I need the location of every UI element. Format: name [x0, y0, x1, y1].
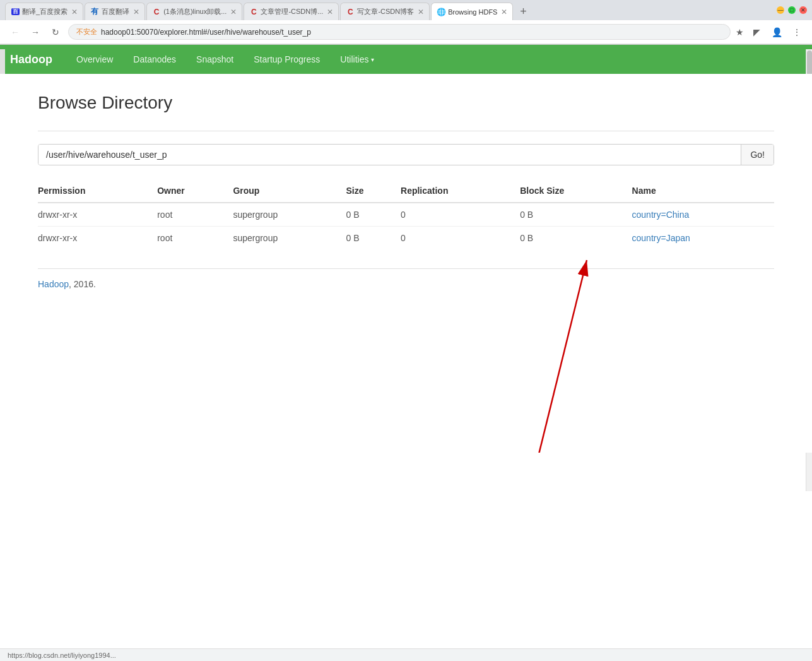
address-input-wrapper[interactable]: 不安全 hadoop01:50070/explorer.html#/user/h… — [68, 24, 731, 40]
back-button[interactable]: ← — [8, 25, 23, 40]
main-content: Browse Directory Go! PermissionOwnerGrou… — [0, 74, 812, 453]
cell-size-1: 0 B — [346, 227, 401, 250]
tab-label: (1条消息)linux卸载... — [163, 7, 227, 16]
browser-actions: ◤ 👤 ⋮ — [749, 25, 804, 40]
cell-block-size-0: 0 B — [520, 203, 632, 227]
tab-favicon: C — [249, 8, 258, 16]
dropdown-caret: ▾ — [371, 56, 374, 63]
cell-name-1: country=Japan — [632, 227, 774, 250]
tab-close-button[interactable]: ✕ — [133, 8, 139, 16]
forward-button[interactable]: → — [28, 25, 43, 40]
tab-favicon: C — [346, 8, 355, 16]
address-bar: ← → ↻ 不安全 hadoop01:50070/explorer.html#/… — [0, 20, 812, 44]
table-header-owner: Owner — [157, 181, 233, 203]
tab-close-button[interactable]: ✕ — [418, 8, 424, 16]
nav-item-snapshot[interactable]: Snapshot — [187, 49, 242, 69]
tab-label: Browsing HDFS — [448, 8, 497, 16]
cell-replication-1: 0 — [401, 227, 520, 250]
table-row-0: drwxr-xr-xrootsupergroup0 B00 Bcountry=C… — [38, 203, 774, 227]
tab-label: 文章管理-CSDN博... — [261, 7, 323, 16]
tab-favicon: 🌐 — [437, 8, 445, 16]
nav-item-overview[interactable]: Overview — [68, 49, 122, 69]
account-button[interactable]: 👤 — [769, 25, 784, 40]
file-table: PermissionOwnerGroupSizeReplicationBlock… — [38, 181, 774, 249]
extensions-button[interactable]: ◤ — [749, 25, 764, 40]
minimize-button[interactable]: — — [777, 6, 784, 14]
hadoop-brand: Hadoop — [10, 53, 52, 66]
hadoop-navbar: Hadoop OverviewDatanodesSnapshotStartup … — [0, 45, 812, 74]
browser-tab-tab4[interactable]: C 文章管理-CSDN博... ✕ — [244, 3, 339, 20]
tab-favicon: 百 — [11, 8, 20, 16]
url-text: hadoop01:50070/explorer.html#/user/hive/… — [101, 28, 722, 37]
title-bar: 百 翻译_百度搜索 ✕ 有 百度翻译 ✕ C (1条消息)linux卸载... … — [0, 0, 812, 20]
tab-close-button[interactable]: ✕ — [230, 8, 237, 16]
footer-text: , 2016. — [69, 279, 96, 289]
tab-close-button[interactable]: ✕ — [501, 8, 507, 16]
nav-item-startup-progress[interactable]: Startup Progress — [245, 49, 329, 69]
table-header-name: Name — [632, 181, 774, 203]
page-title: Browse Directory — [38, 93, 774, 113]
close-button[interactable]: ✕ — [799, 6, 807, 14]
browser-tab-tab2[interactable]: 有 百度翻译 ✕ — [85, 3, 145, 20]
scrollbar-thumb[interactable] — [807, 51, 812, 76]
cell-group-0: supergroup — [233, 203, 346, 227]
cell-block-size-1: 0 B — [520, 227, 632, 250]
file-link-1[interactable]: country=Japan — [632, 233, 690, 243]
tab-close-button[interactable]: ✕ — [71, 8, 78, 16]
window-controls: — □ ✕ — [777, 6, 807, 14]
tab-favicon: C — [152, 8, 161, 16]
cell-permission-1: drwxr-xr-x — [38, 227, 157, 250]
table-header-block-size: Block Size — [520, 181, 632, 203]
table-row-1: drwxr-xr-xrootsupergroup0 B00 Bcountry=J… — [38, 227, 774, 250]
tab-favicon: 有 — [90, 8, 99, 16]
title-divider — [38, 131, 774, 131]
table-header-size: Size — [346, 181, 401, 203]
cell-owner-1: root — [157, 227, 233, 250]
tab-close-button[interactable]: ✕ — [327, 8, 333, 16]
tab-label: 翻译_百度搜索 — [22, 7, 68, 16]
tab-label: 写文章-CSDN博客 — [357, 7, 414, 16]
reload-button[interactable]: ↻ — [48, 25, 63, 40]
new-tab-button[interactable]: + — [514, 3, 532, 20]
cell-group-1: supergroup — [233, 227, 346, 250]
table-body: drwxr-xr-xrootsupergroup0 B00 Bcountry=C… — [38, 203, 774, 249]
go-button[interactable]: Go! — [741, 145, 774, 165]
cell-replication-0: 0 — [401, 203, 520, 227]
path-input[interactable] — [38, 145, 741, 165]
browser-tab-tab6[interactable]: 🌐 Browsing HDFS ✕ — [431, 3, 513, 20]
tab-label: 百度翻译 — [102, 7, 129, 16]
bookmark-button[interactable]: ★ — [736, 27, 744, 37]
file-link-0[interactable]: country=China — [632, 210, 690, 220]
menu-button[interactable]: ⋮ — [789, 25, 804, 40]
table-header-replication: Replication — [401, 181, 520, 203]
security-icon: 不安全 — [76, 27, 97, 37]
footer: Hadoop, 2016. — [38, 268, 774, 289]
nav-item-datanodes[interactable]: Datanodes — [124, 49, 185, 69]
cell-owner-0: root — [157, 203, 233, 227]
nav-items: OverviewDatanodesSnapshotStartup Progres… — [68, 49, 383, 69]
browser-tab-tab1[interactable]: 百 翻译_百度搜索 ✕ — [5, 3, 83, 20]
footer-link[interactable]: Hadoop — [38, 279, 69, 289]
browser-chrome: 百 翻译_百度搜索 ✕ 有 百度翻译 ✕ C (1条消息)linux卸载... … — [0, 0, 812, 45]
table-header-permission: Permission — [38, 181, 157, 203]
table-header: PermissionOwnerGroupSizeReplicationBlock… — [38, 181, 774, 203]
maximize-button[interactable]: □ — [788, 6, 796, 14]
cell-permission-0: drwxr-xr-x — [38, 203, 157, 227]
path-bar: Go! — [38, 144, 774, 165]
cell-size-0: 0 B — [346, 203, 401, 227]
table-header-group: Group — [233, 181, 346, 203]
browser-tab-tab5[interactable]: C 写文章-CSDN博客 ✕ — [340, 3, 430, 20]
nav-item-utilities[interactable]: Utilities ▾ — [331, 49, 383, 69]
browser-tab-tab3[interactable]: C (1条消息)linux卸载... ✕ — [146, 3, 242, 20]
cell-name-0: country=China — [632, 203, 774, 227]
tabs-area: 百 翻译_百度搜索 ✕ 有 百度翻译 ✕ C (1条消息)linux卸载... … — [5, 0, 532, 20]
